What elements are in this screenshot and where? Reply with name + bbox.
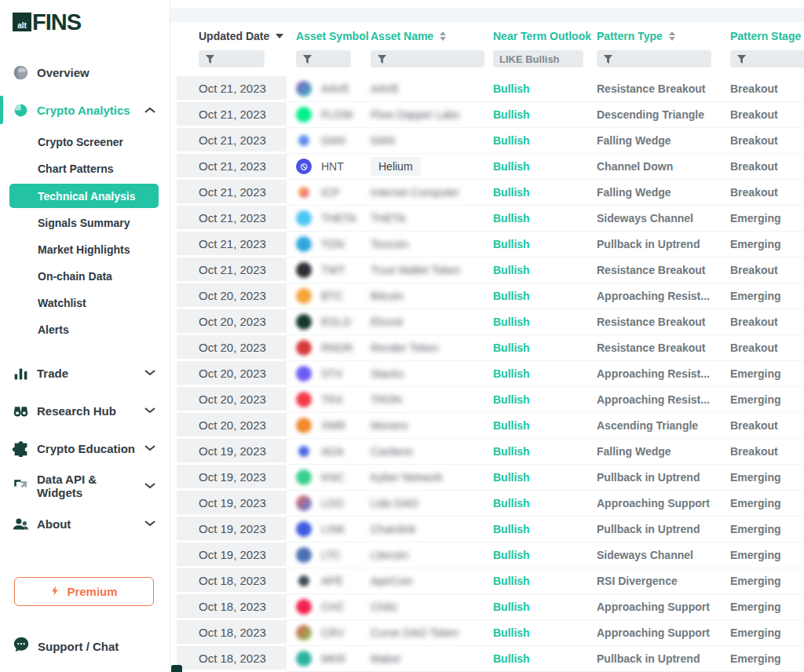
globe-icon [13, 64, 29, 81]
sidebar-item-alerts[interactable]: Alerts [0, 316, 170, 343]
coin-icon [296, 392, 312, 407]
asset-symbol-cell: HNT [287, 154, 369, 180]
sidebar-item-technical-analysis[interactable]: Technical Analysis [9, 184, 159, 208]
asset-name-value: Flow Dapper Labs [371, 108, 460, 121]
updated-date-value: Oct 20, 2023 [199, 341, 266, 354]
sidebar-item-overview[interactable]: Overview [0, 53, 170, 91]
table-row[interactable]: Oct 21, 2023 TON Toncoin Bullish Pullbac… [177, 232, 804, 257]
pattern-stage-value: Emerging [730, 367, 781, 380]
filter-asset-name[interactable] [371, 50, 484, 68]
table-row[interactable]: Oct 21, 2023 THETA THETA Bullish Sideway… [177, 206, 804, 232]
sidebar-item-chart-patterns[interactable]: Chart Patterns [0, 155, 170, 182]
asset-symbol-value: CHZ [321, 601, 344, 613]
pattern-stage-cell: Emerging [730, 465, 804, 491]
near-term-outlook-cell: Bullish [493, 465, 597, 491]
pattern-type-value: Approaching Support [597, 601, 710, 613]
sidebar-item-crypto-analytics[interactable]: Crypto Analytics [0, 91, 170, 129]
column-header-near-term-outlook[interactable]: Near Term Outlook [493, 22, 597, 50]
pattern-stage-value: Emerging [730, 212, 781, 225]
pattern-stage-cell: Emerging [730, 620, 804, 646]
near-term-outlook-cell: Bullish [493, 594, 597, 620]
sidebar-item-watchlist[interactable]: Watchlist [0, 290, 170, 316]
table-row[interactable]: Oct 21, 2023 GMX GMX Bullish Falling Wed… [177, 128, 804, 154]
asset-symbol-value: LDO [321, 497, 344, 509]
filter-pattern-type[interactable] [597, 50, 711, 68]
updated-date-cell: Oct 19, 2023 [177, 517, 287, 542]
outlook-value: Bullish [493, 471, 530, 484]
table-row[interactable]: Oct 21, 2023 HNT Helium Bullish Channel … [177, 154, 804, 180]
table-row[interactable]: Oct 18, 2023 APE ApeCoin Bullish RSI Div… [177, 568, 804, 594]
asset-symbol-value: TWT [321, 264, 345, 276]
pattern-stage-cell: Breakout [730, 180, 804, 206]
outlook-value: Bullish [493, 445, 530, 458]
near-term-outlook-cell: Bullish [493, 542, 597, 568]
sidebar-item-research-hub[interactable]: Research Hub [0, 392, 170, 429]
sidebar-item-crypto-screener[interactable]: Crypto Screener [0, 129, 170, 155]
coin-icon [296, 107, 312, 122]
table-row[interactable]: Oct 18, 2023 CHZ Chiliz Bullish Approach… [177, 594, 804, 620]
table-row[interactable]: Oct 19, 2023 LTC Litecoin Bullish Sidewa… [177, 542, 804, 568]
column-header-updated-date[interactable]: Updated Date [177, 22, 287, 50]
premium-button[interactable]: Premium [14, 577, 154, 606]
table-row[interactable]: Oct 20, 2023 TRX TRON Bullish Approachin… [177, 387, 804, 413]
filter-pattern-stage[interactable] [730, 50, 804, 68]
table-row[interactable]: Oct 20, 2023 RNDR Render Token Bullish R… [177, 335, 804, 361]
table-row[interactable]: Oct 19, 2023 KNC Kyber Network Bullish P… [177, 465, 804, 491]
altfins-logo[interactable]: alt FINS [13, 13, 170, 31]
table-row[interactable]: Oct 20, 2023 EGLD Elrond Bullish Resista… [177, 309, 804, 335]
filter-updated-date[interactable] [199, 50, 265, 68]
support-chat-button[interactable]: Support / Chat [13, 636, 119, 656]
asset-symbol-value: BTC [321, 290, 343, 302]
logo-fins-text: FINS [32, 13, 81, 31]
table-row[interactable]: Oct 21, 2023 AAVE AAVE Bullish Resistanc… [177, 76, 804, 102]
table-row[interactable]: Oct 18, 2023 CRV Curve DAO Token Bullish… [177, 620, 804, 646]
table-row[interactable]: Oct 18, 2023 MKR Maker Bullish Pullback … [177, 646, 804, 672]
table-row[interactable]: Oct 20, 2023 STX Stacks Bullish Approach… [177, 361, 804, 387]
column-header-asset-symbol[interactable]: Asset Symbol [287, 22, 369, 50]
sidebar-item-data-api-widgets[interactable]: Data API & Widgets [0, 467, 170, 505]
pattern-stage-cell: Breakout [730, 335, 804, 361]
asset-symbol-value: XMR [321, 419, 345, 432]
table-row[interactable]: Oct 21, 2023 FLOW Flow Dapper Labs Bulli… [177, 102, 804, 128]
pattern-stage-value: Breakout [730, 445, 778, 458]
sidebar-item-signals-summary[interactable]: Signals Summary [0, 210, 170, 236]
sidebar-item-label: Crypto Analytics [37, 104, 144, 117]
chevron-up-icon [144, 107, 155, 113]
table-row[interactable]: Oct 20, 2023 XMR Monero Bullish Ascendin… [177, 413, 804, 439]
pattern-type-cell: Channel Down [597, 154, 730, 180]
sidebar-item-about[interactable]: About [0, 505, 170, 542]
app-root: alt FINS Overview Crypto Analytics Crypt… [0, 0, 804, 672]
sidebar-item-on-chain-data[interactable]: On-chain Data [0, 263, 170, 290]
asset-symbol-cell: APE [287, 568, 369, 594]
chat-launcher-partial[interactable] [171, 665, 182, 672]
sidebar-sub-label: Market Highlights [38, 243, 130, 256]
sidebar-item-trade[interactable]: Trade [0, 354, 170, 392]
column-header-pattern-type[interactable]: Pattern Type [597, 22, 730, 50]
coin-icon [296, 236, 312, 252]
pattern-stage-cell: Emerging [730, 206, 804, 232]
column-header-pattern-stage[interactable]: Pattern Stage [730, 22, 804, 50]
column-header-asset-name[interactable]: Asset Name [369, 22, 493, 50]
table-row[interactable]: Oct 21, 2023 ICP Internet Computer Bulli… [177, 180, 804, 206]
pattern-stage-value: Emerging [730, 238, 781, 250]
pattern-stage-cell: Breakout [730, 76, 804, 102]
updated-date-value: Oct 21, 2023 [199, 82, 266, 95]
sidebar-sub-label: Technical Analysis [38, 190, 136, 203]
pattern-type-cell: Pullback in Uptrend [597, 646, 730, 672]
asset-name-value: THETA [371, 212, 406, 225]
table-row[interactable]: Oct 19, 2023 ADA Cardano Bullish Falling… [177, 439, 804, 465]
filter-asset-symbol[interactable] [296, 50, 351, 68]
coin-icon [296, 288, 312, 304]
outlook-value: Bullish [493, 160, 530, 173]
table-row[interactable]: Oct 19, 2023 LDO Lido DAO Bullish Approa… [177, 491, 804, 517]
filter-near-term-outlook[interactable]: LIKE Bullish [493, 50, 583, 68]
updated-date-cell: Oct 19, 2023 [177, 439, 287, 465]
outlook-value: Bullish [493, 186, 530, 199]
sidebar-item-crypto-education[interactable]: Crypto Education [0, 429, 170, 467]
updated-date-cell: Oct 18, 2023 [177, 594, 287, 620]
table-row[interactable]: Oct 21, 2023 TWT Trust Wallet Token Bull… [177, 257, 804, 283]
table-row[interactable]: Oct 20, 2023 BTC Bitcoin Bullish Approac… [177, 283, 804, 309]
table-row[interactable]: Oct 19, 2023 LINK Chainlink Bullish Pull… [177, 517, 804, 542]
sidebar-item-market-highlights[interactable]: Market Highlights [0, 236, 170, 263]
outlook-value: Bullish [493, 575, 530, 587]
